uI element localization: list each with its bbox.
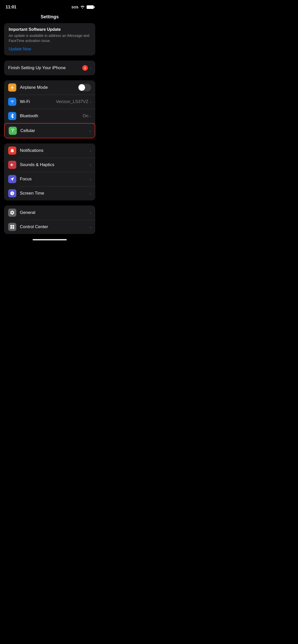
screen-time-icon — [8, 189, 16, 197]
sounds-haptics-label: Sounds & Haptics — [20, 162, 90, 167]
airplane-mode-label: Airplane Mode — [20, 85, 78, 90]
notifications-label: Notifications — [20, 148, 90, 153]
notifications-icon — [8, 147, 16, 155]
wifi-value: Verizon_LS37VZ — [56, 99, 88, 104]
finish-setup-label: Finish Setting Up Your iPhone — [8, 65, 66, 70]
sounds-haptics-row[interactable]: Sounds & Haptics › — [4, 158, 95, 172]
svg-rect-4 — [12, 227, 14, 229]
sos-indicator: SOS — [72, 5, 78, 9]
focus-label: Focus — [20, 177, 90, 182]
general-label: General — [20, 210, 90, 215]
general-chevron-icon: › — [90, 211, 91, 215]
airplane-mode-icon — [8, 83, 16, 92]
bluetooth-label: Bluetooth — [20, 113, 83, 119]
cellular-row[interactable]: Cellular › — [4, 123, 95, 138]
bluetooth-icon — [8, 112, 16, 120]
bluetooth-chevron-icon: › — [90, 114, 91, 118]
control-center-icon — [8, 223, 16, 231]
notifications-group: Notifications › Sounds & Haptics › Focus… — [4, 143, 95, 200]
setup-badge: 1 — [82, 65, 88, 71]
notifications-chevron-icon: › — [90, 149, 91, 153]
focus-icon — [8, 175, 16, 183]
update-banner: Important Software Update An update is a… — [4, 23, 95, 55]
update-now-link[interactable]: Update Now — [9, 47, 91, 51]
battery-icon — [87, 5, 94, 9]
focus-chevron-icon: › — [90, 177, 91, 181]
status-icons: SOS — [72, 5, 94, 9]
general-group: General › Control Center › — [4, 206, 95, 234]
airplane-mode-row[interactable]: Airplane Mode — [4, 80, 95, 95]
control-center-row[interactable]: Control Center › — [4, 220, 95, 234]
wifi-status-icon — [80, 5, 85, 9]
svg-rect-3 — [10, 227, 12, 229]
screen-time-chevron-icon: › — [90, 191, 91, 196]
status-bar: 11:01 SOS — [0, 0, 99, 12]
connectivity-group: Airplane Mode Wi-Fi Verizon_LS37VZ › Blu… — [4, 80, 95, 138]
bluetooth-value: On — [83, 113, 88, 119]
svg-rect-2 — [12, 225, 14, 227]
home-indicator — [33, 239, 67, 240]
screen-time-label: Screen Time — [20, 191, 90, 196]
general-icon — [8, 209, 16, 217]
svg-rect-1 — [10, 225, 12, 227]
focus-row[interactable]: Focus › — [4, 172, 95, 186]
sounds-haptics-icon — [8, 161, 16, 169]
control-center-label: Control Center — [20, 224, 90, 229]
bluetooth-row[interactable]: Bluetooth On › — [4, 109, 95, 123]
update-banner-title: Important Software Update — [9, 27, 91, 32]
cellular-label: Cellular — [20, 128, 89, 133]
wifi-row[interactable]: Wi-Fi Verizon_LS37VZ › — [4, 95, 95, 109]
wifi-chevron-icon: › — [90, 100, 91, 104]
status-time: 11:01 — [6, 5, 16, 10]
page-title: Settings — [0, 12, 99, 23]
airplane-mode-toggle[interactable] — [78, 84, 91, 91]
cellular-chevron-icon: › — [89, 129, 91, 133]
cellular-icon — [9, 127, 17, 135]
notifications-row[interactable]: Notifications › — [4, 143, 95, 158]
update-banner-description: An update is available to address an iMe… — [9, 33, 91, 43]
screen-time-row[interactable]: Screen Time › — [4, 186, 95, 200]
wifi-label: Wi-Fi — [20, 99, 56, 104]
sounds-haptics-chevron-icon: › — [90, 163, 91, 167]
setup-chevron-icon: › — [90, 66, 91, 70]
wifi-icon — [8, 98, 16, 106]
control-center-chevron-icon: › — [90, 225, 91, 229]
finish-setup-row[interactable]: Finish Setting Up Your iPhone 1 › — [4, 61, 95, 75]
general-row[interactable]: General › — [4, 206, 95, 220]
